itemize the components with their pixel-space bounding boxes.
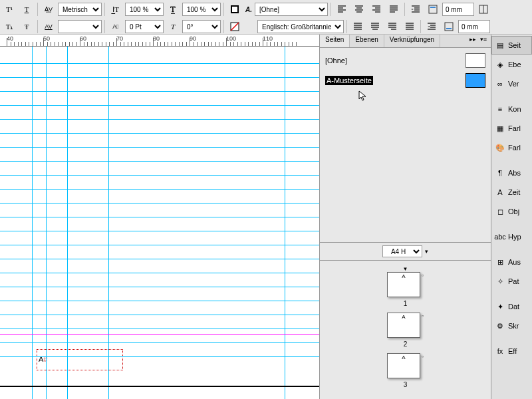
- underline-button[interactable]: T: [19, 2, 35, 17]
- dock-item-swatches[interactable]: ▦Farl: [491, 119, 532, 138]
- guide-horizontal[interactable]: [0, 217, 319, 217]
- guide-horizontal[interactable]: [0, 147, 319, 148]
- inset-bottom-input[interactable]: [458, 20, 490, 33]
- dock-item-label: Kon: [508, 105, 521, 113]
- outdent-button[interactable]: [424, 19, 440, 34]
- justify-all-right-button[interactable]: [384, 19, 400, 34]
- dock-item-label: Zeit: [508, 188, 520, 196]
- dock-item-align[interactable]: ⊞Aus: [491, 253, 532, 271]
- strikethrough-button[interactable]: Ŧ: [19, 19, 35, 34]
- tracking-button[interactable]: AV: [41, 19, 57, 34]
- page-size-dropdown-icon[interactable]: ▾: [425, 248, 428, 255]
- baseline-shift-icon: Aͣ: [108, 19, 124, 34]
- dock-item-label: Dat: [508, 303, 519, 311]
- tracking-select[interactable]: [58, 20, 102, 33]
- guide-vertical[interactable]: [46, 47, 47, 399]
- dock-item-path[interactable]: ✧Pat: [491, 272, 532, 291]
- align-center-button[interactable]: [351, 2, 367, 17]
- guide-horizontal[interactable]: [0, 119, 319, 120]
- vertical-scale-icon[interactable]: I̲T: [108, 2, 124, 17]
- guide-horizontal[interactable]: [0, 342, 319, 343]
- dock-item-stroke[interactable]: ≡Kon: [491, 100, 532, 118]
- dock-item-obj[interactable]: ◻Obj: [491, 202, 532, 221]
- page-thumb[interactable]: A▫2: [325, 313, 485, 348]
- char-style-select[interactable]: [Ohne]: [255, 3, 328, 16]
- page-size-select[interactable]: A4 H: [382, 245, 422, 257]
- language-select[interactable]: Englisch: Großbritannien: [257, 20, 344, 33]
- justify-full-button[interactable]: [402, 19, 418, 34]
- dock-item-script[interactable]: ⚙Skr: [491, 317, 532, 335]
- ruler-label: 50: [43, 35, 50, 42]
- guide-horizontal[interactable]: [0, 273, 319, 273]
- columns-icon-button[interactable]: [475, 2, 491, 17]
- align-justify-button[interactable]: [386, 2, 402, 17]
- dock-item-char[interactable]: AZeit: [491, 183, 532, 201]
- guide-horizontal[interactable]: [0, 203, 319, 203]
- superscript-t1-button[interactable]: T¹: [1, 2, 17, 17]
- guide-horizontal[interactable]: [0, 329, 319, 329]
- tab-ebenen[interactable]: Ebenen: [350, 35, 384, 47]
- guide-horizontal[interactable]: [0, 356, 319, 357]
- guide-horizontal[interactable]: [0, 77, 319, 78]
- guide-horizontal[interactable]: [0, 105, 319, 106]
- guide-horizontal[interactable]: [0, 161, 319, 162]
- panel-menu-button[interactable]: ▾≡: [479, 35, 488, 44]
- baseline-shift-input[interactable]: 0 Pt: [125, 20, 164, 33]
- guide-vertical[interactable]: [285, 47, 285, 399]
- guide-horizontal[interactable]: [0, 91, 319, 92]
- dock-item-label: Ebe: [508, 61, 521, 68]
- guide-horizontal[interactable]: [0, 133, 319, 134]
- guide-vertical[interactable]: [67, 47, 68, 399]
- stroke-swatch-button[interactable]: [227, 19, 243, 34]
- guide-vertical[interactable]: [108, 47, 109, 399]
- page-number-label: 2: [325, 340, 485, 348]
- panel-collapse-button[interactable]: ▸▸: [468, 35, 477, 44]
- dock-item-fx[interactable]: fxEff: [491, 342, 532, 360]
- guide-horizontal[interactable]: [0, 301, 319, 301]
- guide-horizontal[interactable]: [0, 259, 319, 259]
- dock-item-links[interactable]: ∞Ver: [491, 74, 532, 93]
- page-thumb-box[interactable]: A: [387, 313, 420, 338]
- skew-input[interactable]: 0°: [182, 20, 221, 33]
- kerning-button[interactable]: A͟V: [41, 2, 57, 17]
- dock-item-layers[interactable]: ◈Ebe: [491, 55, 532, 74]
- vertical-scale-select[interactable]: 100 %: [125, 3, 164, 16]
- page-thumb-box[interactable]: A: [387, 272, 420, 297]
- justify-all-center-button[interactable]: [367, 19, 383, 34]
- fill-swatch-button[interactable]: [227, 2, 243, 17]
- horizontal-ruler[interactable]: 405060708090100110: [0, 35, 319, 47]
- page-number-label: 3: [325, 381, 485, 388]
- guide-horizontal[interactable]: [0, 189, 319, 190]
- guide-horizontal[interactable]: [0, 175, 319, 176]
- inset-top-input[interactable]: [442, 3, 474, 16]
- guide-horizontal[interactable]: [0, 315, 319, 315]
- tab-seiten[interactable]: Seiten: [320, 35, 350, 47]
- guide-horizontal[interactable]: [0, 63, 319, 64]
- units-select[interactable]: Metrisch: [58, 3, 102, 16]
- subscript-button[interactable]: T₁: [1, 19, 17, 34]
- dock-item-pages[interactable]: ▤Seit: [491, 36, 532, 55]
- dock-item-para[interactable]: ¶Abs: [491, 164, 532, 182]
- tab-verknuepfungen[interactable]: Verknüpfungen: [384, 35, 440, 47]
- horizontal-scale-icon[interactable]: T̲: [165, 2, 181, 17]
- dock-item-hyper[interactable]: abcHyp: [491, 227, 532, 246]
- guide-horizontal[interactable]: [0, 231, 319, 231]
- guide-horizontal[interactable]: [0, 287, 319, 287]
- horizontal-scale-select[interactable]: 100 %: [182, 3, 221, 16]
- margin-guide[interactable]: [0, 334, 319, 334]
- document-canvas[interactable]: 405060708090100110 A#: [0, 35, 319, 399]
- guide-horizontal[interactable]: [0, 245, 319, 245]
- align-right-button[interactable]: [368, 2, 384, 17]
- guide-vertical[interactable]: [32, 47, 33, 399]
- page-thumb[interactable]: A▫1: [325, 272, 485, 307]
- page-number-text-frame[interactable]: A#: [37, 349, 123, 370]
- master-item-a[interactable]: A-Musterseite: [323, 70, 488, 90]
- indent-button[interactable]: [408, 2, 424, 17]
- dock-item-data[interactable]: ✦Dat: [491, 297, 532, 316]
- align-left-button[interactable]: [334, 2, 350, 17]
- dock-item-color[interactable]: 🎨Farl: [491, 138, 532, 157]
- master-item-none[interactable]: [Ohne]: [323, 51, 488, 70]
- page-thumb[interactable]: A▫3: [325, 353, 485, 388]
- page-thumb-box[interactable]: A: [387, 353, 420, 378]
- justify-all-left-button[interactable]: [350, 19, 366, 34]
